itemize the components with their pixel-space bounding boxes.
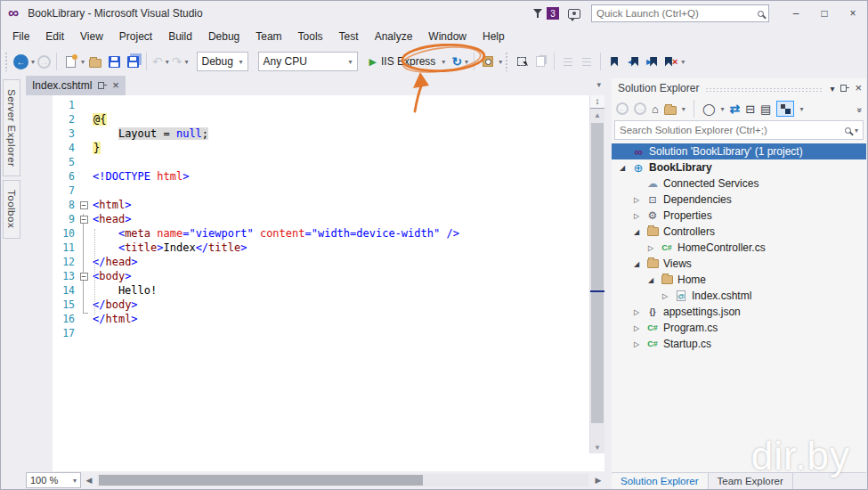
toolbar-grip[interactable] [505, 52, 508, 71]
maximize-button[interactable]: □ [810, 2, 839, 25]
code-line-3[interactable]: 3 Layout = null; [23, 127, 589, 141]
decrease-indent-button[interactable] [560, 53, 576, 69]
run-dropdown-icon[interactable]: ▾ [442, 58, 445, 66]
collapse-all-button[interactable]: ⊟ [745, 101, 755, 117]
zoom-combobox[interactable]: 100 % ▾ [26, 472, 81, 488]
horizontal-scroll-track[interactable] [97, 474, 588, 486]
new-file-dropdown-icon[interactable]: ▾ [81, 58, 85, 66]
code-line-16[interactable]: 16</html> [23, 312, 589, 326]
home-button[interactable]: ⌂ [652, 101, 659, 117]
toolbar-grip[interactable] [4, 52, 8, 71]
menu-item-team[interactable]: Team [247, 28, 289, 45]
refresh-button[interactable]: ↻ [451, 54, 462, 69]
tree-item-views[interactable]: ◢Views [612, 256, 866, 272]
tree-item-startup-cs[interactable]: ▷C#Startup.cs [612, 336, 866, 352]
splitter-handle[interactable]: ↕ [590, 95, 604, 109]
previous-bookmark-button[interactable]: ◀ [625, 53, 641, 69]
collapse-region-icon[interactable]: − [80, 273, 88, 281]
solution-search-box[interactable]: ▾ [614, 120, 864, 140]
collapsed-arrow-icon[interactable]: ▷ [631, 340, 642, 348]
menu-item-window[interactable]: Window [420, 28, 475, 45]
collapsed-arrow-icon[interactable]: ▷ [631, 196, 642, 204]
bookmarks-dropdown-icon[interactable]: ▾ [681, 58, 685, 66]
toolbox-tab[interactable]: Toolbox [3, 180, 20, 238]
navigate-forward-button[interactable]: → [37, 55, 51, 69]
search-options-dropdown-icon[interactable]: ▾ [855, 127, 858, 135]
code-line-2[interactable]: 2@{ [23, 112, 589, 127]
code-line-12[interactable]: 12</head> [23, 255, 589, 269]
run-iis-express-button[interactable]: ▶ IIS Express [366, 53, 440, 69]
code-line-1[interactable]: 1 [23, 98, 589, 112]
collapse-region-icon[interactable]: − [80, 201, 88, 209]
find-in-files-button[interactable] [480, 53, 496, 69]
vertical-scroll-thumb[interactable] [591, 123, 604, 423]
platform-combobox[interactable]: Any CPU ▾ [258, 52, 358, 71]
switch-views-button[interactable] [664, 101, 677, 117]
collapse-region-icon[interactable]: − [80, 216, 88, 224]
collapsed-arrow-icon[interactable]: ▷ [631, 308, 642, 316]
paste-button[interactable] [532, 53, 548, 69]
pending-changes-filter-button[interactable]: ◯ [702, 101, 716, 117]
quick-launch-box[interactable] [591, 4, 769, 22]
undo-button[interactable]: ↶ [152, 55, 163, 68]
tree-item-home[interactable]: ◢Home [612, 272, 866, 288]
scroll-down-icon[interactable]: ▼ [590, 441, 604, 453]
server-explorer-tab[interactable]: Server Explorer [3, 79, 20, 176]
back-button[interactable]: ← [616, 102, 629, 115]
document-tab-index-cshtml[interactable]: Index.cshtml × [26, 76, 126, 95]
tree-item-properties[interactable]: ▷⚙Properties [612, 208, 866, 224]
document-well-dropdown-icon[interactable]: ▾ [596, 80, 601, 89]
increase-indent-button[interactable] [579, 53, 595, 69]
collapsed-arrow-icon[interactable]: ▷ [645, 244, 656, 252]
pin-icon[interactable] [840, 83, 848, 94]
menu-item-project[interactable]: Project [111, 28, 160, 45]
expanded-arrow-icon[interactable]: ◢ [645, 276, 656, 284]
menu-item-analyze[interactable]: Analyze [367, 28, 421, 45]
expanded-arrow-icon[interactable]: ◢ [617, 164, 628, 172]
code-line-9[interactable]: 9−<head> [23, 212, 589, 226]
scroll-right-icon[interactable]: ▶ [592, 476, 604, 485]
menu-item-help[interactable]: Help [475, 28, 513, 45]
tree-item-connected-services[interactable]: ☁Connected Services [612, 176, 866, 192]
code-line-5[interactable]: 5 [23, 155, 589, 169]
redo-dropdown-icon[interactable]: ▾ [185, 58, 189, 66]
redo-button[interactable]: ↷ [172, 55, 183, 68]
close-icon[interactable]: × [855, 83, 862, 94]
tree-item-controllers[interactable]: ◢Controllers [612, 224, 866, 240]
menu-item-edit[interactable]: Edit [37, 28, 72, 45]
configuration-combobox[interactable]: Debug ▾ [197, 52, 248, 71]
navigate-back-button[interactable]: ← [13, 54, 28, 69]
close-button[interactable]: × [839, 2, 867, 25]
pin-icon[interactable] [98, 80, 106, 91]
tree-item-program-cs[interactable]: ▷C#Program.cs [612, 320, 866, 336]
notifications-filter-icon[interactable] [532, 8, 543, 19]
next-bookmark-button[interactable]: ▶ [644, 53, 660, 69]
window-position-dropdown-icon[interactable]: ▾ [830, 84, 834, 94]
tree-item-booklibrary[interactable]: ◢⊕BookLibrary [612, 159, 866, 176]
open-file-button[interactable] [87, 53, 103, 69]
save-button[interactable] [106, 53, 122, 69]
pending-changes-dropdown-icon[interactable]: ▾ [720, 105, 724, 113]
vertical-scrollbar[interactable]: ↕ ▲ ▼ [589, 95, 604, 453]
tree-item-dependencies[interactable]: ▷⊡Dependencies [612, 192, 866, 208]
code-line-13[interactable]: 13−<body> [23, 269, 589, 283]
find-dropdown-icon[interactable]: ▾ [499, 58, 502, 66]
code-line-8[interactable]: 8−<html> [23, 198, 589, 212]
clear-bookmarks-button[interactable]: × [662, 53, 678, 69]
sync-dropdown-icon[interactable]: ▾ [799, 105, 803, 113]
sync-with-active-document-button[interactable] [776, 101, 794, 117]
scroll-left-icon[interactable]: ◀ [83, 476, 95, 485]
box-select-button[interactable] [514, 53, 530, 69]
folding-margin[interactable]: − [75, 216, 93, 224]
tree-item-index-cshtml[interactable]: ▷@Index.cshtml [612, 288, 866, 304]
folding-margin[interactable]: − [75, 273, 93, 281]
close-icon[interactable]: × [112, 80, 119, 91]
code-line-11[interactable]: 11 <title>Index</title> [23, 241, 589, 255]
code-line-6[interactable]: 6<!DOCTYPE html> [23, 169, 589, 184]
code-line-15[interactable]: 15</body> [23, 298, 589, 312]
collapsed-arrow-icon[interactable]: ▷ [660, 292, 670, 300]
vertical-scroll-track[interactable] [590, 121, 604, 441]
collapsed-arrow-icon[interactable]: ▷ [631, 324, 642, 332]
toolbar-overflow-icon[interactable]: » [856, 107, 865, 110]
code-line-7[interactable]: 7 [23, 184, 589, 198]
